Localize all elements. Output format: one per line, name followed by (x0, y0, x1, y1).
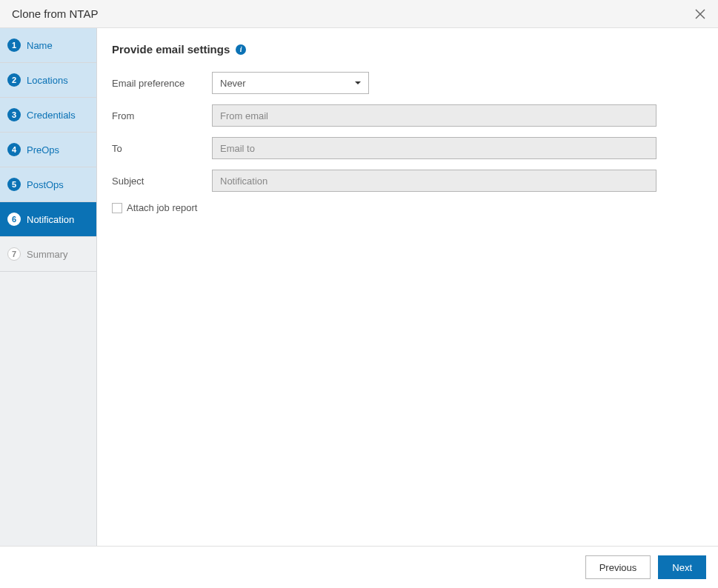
dialog-body: 1 Name 2 Locations 3 Credentials 4 PreOp… (0, 28, 718, 546)
email-preference-label: Email preference (112, 78, 212, 89)
step-number: 5 (7, 178, 21, 191)
sidebar-step-preops[interactable]: 4 PreOps (0, 133, 96, 167)
email-preference-row: Email preference Never (112, 72, 703, 94)
step-number: 7 (7, 247, 21, 261)
step-label: Name (27, 40, 53, 51)
step-number: 6 (7, 213, 21, 226)
attach-report-row: Attach job report (112, 202, 703, 213)
to-input[interactable] (212, 137, 656, 159)
info-icon[interactable]: i (236, 44, 246, 55)
chevron-down-icon (355, 81, 361, 84)
sidebar-step-postops[interactable]: 5 PostOps (0, 167, 96, 202)
step-number: 2 (7, 73, 21, 87)
attach-report-checkbox[interactable] (112, 203, 122, 213)
step-number: 4 (7, 143, 21, 156)
subject-input[interactable] (212, 170, 656, 192)
step-number: 1 (7, 39, 21, 52)
step-label: Locations (27, 75, 68, 86)
subject-row: Subject (112, 170, 703, 192)
wizard-sidebar: 1 Name 2 Locations 3 Credentials 4 PreOp… (0, 28, 97, 546)
dialog-footer: Previous Next (0, 546, 718, 588)
email-preference-value: Never (220, 78, 246, 89)
step-label: Summary (27, 249, 68, 260)
step-label: Credentials (27, 110, 76, 121)
email-preference-select[interactable]: Never (212, 72, 369, 94)
section-title: Provide email settings i (112, 43, 703, 56)
step-number: 3 (7, 108, 21, 121)
main-content: Provide email settings i Email preferenc… (97, 28, 718, 546)
to-row: To (112, 137, 703, 159)
step-label: Notification (27, 214, 74, 225)
attach-report-label: Attach job report (127, 202, 197, 213)
sidebar-step-name[interactable]: 1 Name (0, 28, 96, 63)
sidebar-step-credentials[interactable]: 3 Credentials (0, 98, 96, 133)
dialog-header: Clone from NTAP (0, 0, 718, 28)
from-input[interactable] (212, 104, 656, 127)
from-row: From (112, 104, 703, 127)
subject-label: Subject (112, 176, 212, 187)
sidebar-step-notification[interactable]: 6 Notification (0, 202, 96, 237)
step-label: PostOps (27, 179, 64, 190)
sidebar-step-locations[interactable]: 2 Locations (0, 63, 96, 98)
from-label: From (112, 110, 212, 121)
close-icon[interactable] (694, 8, 706, 20)
to-label: To (112, 143, 212, 154)
previous-button[interactable]: Previous (585, 555, 651, 579)
clone-dialog: Clone from NTAP 1 Name 2 Locations 3 Cre… (0, 0, 718, 588)
step-label: PreOps (27, 144, 59, 156)
dialog-title: Clone from NTAP (12, 7, 98, 20)
next-button[interactable]: Next (658, 555, 706, 579)
sidebar-step-summary[interactable]: 7 Summary (0, 237, 96, 272)
section-title-text: Provide email settings (112, 43, 230, 56)
